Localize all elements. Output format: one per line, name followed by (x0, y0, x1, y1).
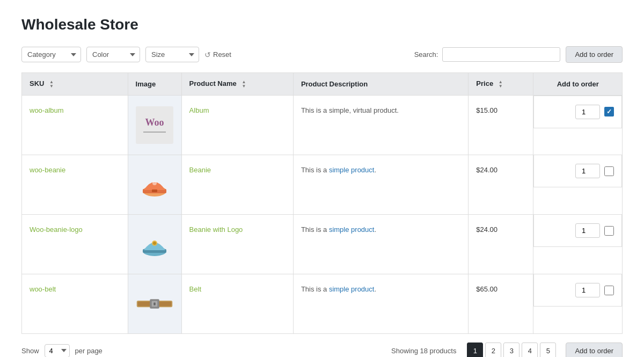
per-page-select[interactable]: 4 8 12 (45, 344, 70, 357)
table-header-row: SKU ▲▼ Image Product Name ▲▼ Product Des… (22, 73, 623, 96)
sku-cell: woo-album (22, 95, 128, 155)
add-checkbox-checked[interactable] (604, 107, 614, 116)
sku-column-header[interactable]: SKU ▲▼ (22, 73, 128, 96)
sku-sort-arrows: ▲▼ (49, 80, 54, 89)
desc-link[interactable]: simple product (329, 225, 375, 234)
image-cell: Woo (128, 95, 181, 155)
page-4-button[interactable]: 4 (522, 343, 538, 357)
reset-button[interactable]: ↺ Reset (204, 50, 231, 59)
desc-suffix: . (374, 225, 376, 234)
color-filter[interactable]: Color Blue Green Red (86, 47, 140, 62)
description-cell: This is a simple, virtual product. (293, 95, 468, 155)
product-name-cell[interactable]: Beanie with Logo (181, 214, 293, 274)
pagination: 1 2 3 4 5 (467, 343, 556, 357)
table-row: woo-beanie BeanieThis is a simple produc… (22, 155, 623, 214)
desc-suffix: . (374, 166, 376, 174)
search-input[interactable] (442, 47, 560, 62)
products-table: SKU ▲▼ Image Product Name ▲▼ Product Des… (21, 72, 623, 334)
desc-text: This is a simple, virtual product. (301, 106, 399, 114)
toolbar: Category Accessories Clothing Music Colo… (21, 46, 623, 63)
add-to-order-cell (533, 274, 622, 307)
product-name-column-header[interactable]: Product Name ▲▼ (181, 73, 293, 96)
add-checkbox[interactable] (604, 166, 614, 176)
table-row: woo-album Woo AlbumThis is a simple, vir… (22, 95, 623, 155)
sku-cell: woo-belt (22, 274, 128, 333)
size-filter[interactable]: Size Large Medium Small (145, 47, 199, 62)
page-title: Wholesale Store (21, 16, 623, 33)
product-name-cell[interactable]: Belt (181, 274, 293, 333)
quantity-input[interactable] (575, 164, 600, 178)
search-label: Search: (414, 50, 438, 59)
reset-icon: ↺ (204, 50, 211, 59)
price-cell: $15.00 (469, 95, 533, 155)
page-5-button[interactable]: 5 (540, 343, 556, 357)
desc-text: This is a (301, 285, 329, 293)
svg-point-7 (153, 242, 156, 245)
album-product-image: Woo (136, 106, 173, 144)
price-cell: $24.00 (469, 155, 533, 214)
desc-text: This is a (301, 225, 329, 234)
desc-text: This is a (301, 166, 329, 174)
desc-link[interactable]: simple product (329, 285, 375, 293)
search-area: Search: (414, 47, 561, 62)
page-3-button[interactable]: 3 (503, 343, 519, 357)
footer: Show 4 8 12 per page Showing 18 products… (21, 343, 623, 357)
add-to-order-cell (533, 155, 622, 187)
description-cell: This is a simple product. (293, 155, 468, 214)
per-page-label: per page (75, 347, 103, 355)
price-column-header[interactable]: Price ▲▼ (469, 73, 533, 96)
name-sort-arrows: ▲▼ (241, 80, 246, 89)
page-2-button[interactable]: 2 (485, 343, 501, 357)
beanie-blue-product-image (138, 228, 171, 260)
showing-text: Showing 18 products (391, 347, 456, 355)
add-to-order-top-button[interactable]: Add to order (566, 46, 623, 63)
description-column-header: Product Description (293, 73, 468, 96)
desc-suffix: . (374, 285, 376, 293)
desc-link[interactable]: simple product (329, 166, 375, 174)
image-cell (128, 214, 181, 274)
svg-rect-3 (152, 190, 157, 192)
quantity-input[interactable] (575, 223, 600, 238)
show-label: Show (21, 347, 39, 355)
price-cell: $24.00 (469, 214, 533, 274)
sku-cell: woo-beanie (22, 155, 128, 214)
quantity-input[interactable] (575, 105, 600, 119)
add-checkbox[interactable] (604, 286, 614, 295)
sku-cell: Woo-beanie-logo (22, 214, 128, 274)
add-to-order-cell (533, 96, 622, 128)
category-filter[interactable]: Category Accessories Clothing Music (21, 47, 81, 62)
add-to-order-bottom-button[interactable]: Add to order (566, 343, 623, 357)
page-1-button[interactable]: 1 (467, 343, 483, 357)
svg-rect-12 (153, 302, 156, 305)
svg-point-2 (152, 181, 157, 185)
description-cell: This is a simple product. (293, 214, 468, 274)
price-sort-arrows: ▲▼ (499, 80, 503, 89)
image-cell (128, 274, 181, 333)
quantity-input[interactable] (575, 283, 600, 297)
product-name-cell[interactable]: Beanie (181, 155, 293, 214)
belt-product-image (136, 290, 173, 317)
add-to-order-cell (533, 214, 622, 247)
beanie-orange-product-image (138, 169, 171, 201)
table-row: woo-belt BeltThis is a simple product.$6… (22, 274, 623, 333)
image-column-header: Image (128, 73, 181, 96)
image-cell (128, 155, 181, 214)
price-cell: $65.00 (469, 274, 533, 333)
table-row: Woo-beanie-logo Beanie with LogoThis is … (22, 214, 623, 274)
description-cell: This is a simple product. (293, 274, 468, 333)
add-checkbox[interactable] (604, 226, 614, 236)
add-to-order-column-header: Add to order (533, 73, 623, 96)
product-name-cell[interactable]: Album (181, 95, 293, 155)
